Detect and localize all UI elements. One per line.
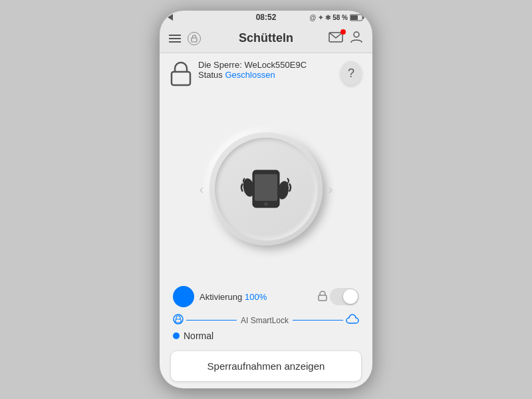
svg-rect-3	[350, 15, 358, 20]
lock-nav-icon	[188, 32, 201, 45]
top-section: Die Sperre: WeLock550E9C Status Geschlos…	[170, 60, 362, 94]
show-recordings-button[interactable]: Sperraufnahmen anzeigen	[170, 350, 362, 382]
mail-badge	[340, 29, 346, 35]
menu-button[interactable]	[169, 35, 181, 43]
shake-button-container: ‹ ›	[170, 97, 362, 281]
next-arrow[interactable]: ›	[323, 181, 338, 197]
normal-label: Normal	[184, 331, 213, 341]
lock-large-icon	[170, 61, 192, 89]
battery-level: 58 %	[332, 14, 348, 21]
help-button[interactable]: ?	[340, 61, 362, 85]
user-svg	[350, 31, 363, 44]
notification-icon: ✦	[318, 14, 323, 21]
toggle-lock-svg	[318, 291, 327, 301]
smartlock-cloud-icon	[346, 314, 359, 327]
status-right: @ ✦ ✱ 58 %	[309, 14, 364, 21]
content: Die Sperre: WeLock550E9C Status Geschlos…	[160, 53, 372, 388]
smartlock-line-left	[186, 320, 237, 321]
lock-details: Die Sperre: WeLock550E9C Status Geschlos…	[198, 60, 340, 80]
smartlock-left-icon	[173, 314, 184, 327]
svg-point-10	[264, 202, 268, 206]
status-bar: 08:52 @ ✦ ✱ 58 %	[160, 11, 372, 24]
lock-status: Status Geschlossen	[198, 70, 340, 80]
back-icon	[168, 14, 176, 21]
lock-name: Die Sperre: WeLock550E9C	[198, 60, 340, 70]
shake-button[interactable]	[209, 132, 323, 245]
toggle-lock-icon	[318, 291, 327, 303]
activation-dot	[173, 286, 194, 307]
smartlock-line-container: AI SmartLock	[186, 316, 343, 325]
prev-arrow[interactable]: ‹	[194, 181, 209, 197]
smartlock-row: AI SmartLock	[170, 314, 362, 327]
user-button[interactable]	[350, 31, 363, 47]
svg-rect-7	[172, 72, 190, 85]
bottom-controls: Aktivierung 100%	[170, 286, 362, 382]
svg-rect-13	[319, 295, 327, 301]
activation-row: Aktivierung 100%	[170, 286, 362, 307]
status-left	[168, 14, 176, 21]
nav-right	[329, 31, 363, 47]
phone-shake-svg	[239, 162, 293, 215]
normal-row: Normal	[170, 331, 362, 341]
battery-icon	[350, 14, 364, 21]
nav-title: Schütteln	[239, 31, 293, 45]
normal-dot	[173, 332, 180, 339]
lock-svg	[191, 35, 198, 43]
toggle-switch[interactable]	[330, 288, 359, 305]
lock-large-svg	[170, 61, 192, 86]
svg-rect-4	[192, 38, 197, 42]
gps-icon: @	[309, 14, 316, 21]
lock-info: Die Sperre: WeLock550E9C Status Geschlos…	[170, 60, 340, 89]
svg-rect-15	[176, 319, 181, 323]
smartlock-line-right	[293, 320, 343, 321]
activation-label: Aktivierung 100%	[200, 292, 313, 302]
svg-point-6	[354, 32, 359, 37]
lock-circle-icon	[173, 314, 184, 325]
svg-rect-9	[255, 174, 277, 201]
svg-marker-0	[168, 14, 173, 21]
toggle-container	[318, 288, 359, 305]
phone-frame: 08:52 @ ✦ ✱ 58 %	[160, 11, 372, 388]
svg-rect-2	[363, 16, 364, 19]
lock-status-value: Geschlossen	[225, 70, 275, 80]
nav-bar: Schütteln	[160, 24, 372, 53]
toggle-knob	[343, 289, 358, 304]
nav-left	[169, 32, 201, 45]
cloud-svg	[346, 314, 359, 325]
activation-percent: 100%	[245, 292, 267, 302]
status-time: 08:52	[256, 13, 277, 22]
mail-button[interactable]	[329, 32, 343, 45]
smartlock-label: AI SmartLock	[237, 316, 293, 325]
bluetooth-icon: ✱	[325, 14, 331, 21]
